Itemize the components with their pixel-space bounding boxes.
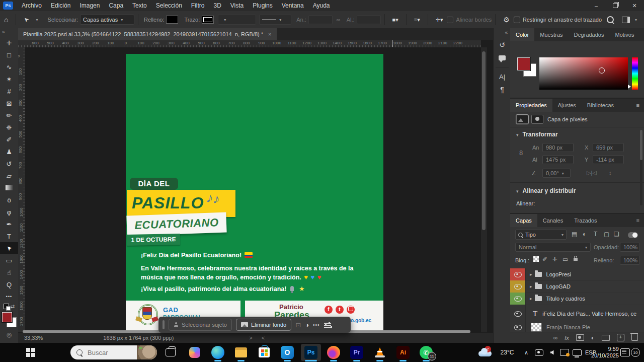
filter-type-icon[interactable]: T xyxy=(594,231,597,238)
vlc-icon[interactable] xyxy=(372,343,387,362)
lasso-tool[interactable]: ∿ xyxy=(0,61,18,73)
photoshop-taskbar-icon[interactable]: Ps xyxy=(301,344,321,361)
premiere-icon[interactable]: Pr xyxy=(349,343,364,362)
taskbar-search[interactable] xyxy=(70,345,157,359)
path-select-tool[interactable]: ➤ xyxy=(0,242,18,254)
menu-ventana[interactable]: Ventana xyxy=(277,0,308,11)
menu-imagen[interactable]: Imagen xyxy=(75,0,104,11)
collapse-panels-icon[interactable]: « xyxy=(494,28,511,38)
path-alignment-icon[interactable]: ≡▾ xyxy=(410,17,424,23)
start-button[interactable] xyxy=(23,343,38,362)
visibility-eye-icon[interactable] xyxy=(510,293,526,305)
fill-swatch[interactable] xyxy=(166,16,178,24)
layer-row[interactable]: ▸ Titulo y cuadros xyxy=(510,293,644,305)
filter-toggle[interactable] xyxy=(628,232,638,238)
group-expand-icon[interactable]: ▸ xyxy=(530,284,532,289)
menu-filtro[interactable]: Filtro xyxy=(187,0,209,11)
healing-tool[interactable]: ❈ xyxy=(0,121,18,133)
select-mode-dropdown[interactable]: Capas activas▾ xyxy=(80,15,134,25)
layer-row[interactable]: Franja Blanca Pie xyxy=(510,323,644,332)
color-menu-icon[interactable]: ≡ xyxy=(639,28,644,41)
layer-filter-dropdown[interactable]: Tipo ▾ xyxy=(515,230,567,240)
layer-row[interactable]: ▸ LogoPresi xyxy=(510,268,644,281)
color-tab-motivos[interactable]: Motivos xyxy=(609,28,639,41)
clock[interactable]: 9:59 20/10/2025 xyxy=(591,343,619,362)
delete-layer-icon[interactable] xyxy=(631,334,638,341)
menu-selección[interactable]: Selección xyxy=(151,0,187,11)
dodge-tool[interactable]: φ xyxy=(0,206,18,218)
copilot-button[interactable] xyxy=(187,343,202,362)
scroll-prev-icon[interactable]: < xyxy=(262,335,265,341)
foreground-color-swatch[interactable] xyxy=(2,312,12,322)
layers-menu-icon[interactable]: ≡ xyxy=(632,214,644,227)
filter-shape-icon[interactable]: ▢ xyxy=(604,231,609,238)
layer-row[interactable]: ▸ LogoGAD xyxy=(510,280,644,293)
layers-tab-trazados[interactable]: Trazados xyxy=(569,214,602,227)
new-group-icon[interactable] xyxy=(602,335,610,341)
properties-tab-bibliotecas[interactable]: Bibliotecas xyxy=(582,99,619,112)
blur-tool[interactable]: ô xyxy=(0,194,18,206)
search-input[interactable] xyxy=(87,348,129,357)
gear-icon[interactable]: ⚙ xyxy=(499,16,514,24)
history-brush-tool[interactable]: ↺ xyxy=(0,158,18,170)
properties-tab-propiedades[interactable]: Propiedades xyxy=(510,99,552,112)
type-tool[interactable]: T xyxy=(0,230,18,242)
visibility-eye-icon[interactable] xyxy=(510,323,526,332)
swap-colors-icon[interactable]: ⇄ xyxy=(11,304,15,309)
pen-tool[interactable]: ✒ xyxy=(0,218,18,230)
volume-icon[interactable] xyxy=(545,343,558,362)
new-adjustment-icon[interactable]: ◐ xyxy=(591,334,595,341)
visibility-eye-icon[interactable] xyxy=(510,268,526,280)
document-tab[interactable]: Plantilla 2025.psd al 33,3% (504664122_5… xyxy=(18,28,277,40)
more-options-icon[interactable]: ••• xyxy=(313,322,320,328)
transform-section-header[interactable]: ▾Transformar xyxy=(516,131,558,138)
menu-vista[interactable]: Vista xyxy=(226,0,248,11)
group-expand-icon[interactable]: ▸ xyxy=(530,272,532,277)
filter-pixel-icon[interactable]: ▤ xyxy=(572,231,577,238)
file-explorer-icon[interactable] xyxy=(233,343,249,362)
pixel-layer-thumb-icon[interactable] xyxy=(516,115,528,124)
tray-expand-icon[interactable]: ∧ xyxy=(521,343,531,362)
outlook-icon[interactable]: O xyxy=(280,343,295,362)
menu-ayuda[interactable]: Ayuda xyxy=(308,0,335,11)
illustrator-icon[interactable]: Ai xyxy=(395,343,411,362)
tab-close-icon[interactable]: × xyxy=(268,31,271,37)
character-panel-icon[interactable]: A| xyxy=(494,70,511,83)
firefox-icon[interactable] xyxy=(326,343,341,362)
menu-texto[interactable]: Texto xyxy=(128,0,151,11)
properties-menu-icon[interactable]: ≡ xyxy=(632,99,644,112)
adjustment-icon[interactable]: ◑ xyxy=(305,321,309,329)
marquee-tool[interactable]: □ xyxy=(0,49,18,61)
new-layer-icon[interactable]: + xyxy=(617,334,624,341)
hue-strip[interactable] xyxy=(632,57,638,90)
menu-plugins[interactable]: Plugins xyxy=(248,0,277,11)
lock-position-icon[interactable]: ✛ xyxy=(552,256,557,263)
comments-panel-icon[interactable] xyxy=(494,51,511,64)
frame-tool[interactable]: ⊠ xyxy=(0,97,18,109)
brush-tool[interactable]: ✐ xyxy=(0,133,18,146)
network-icon[interactable] xyxy=(571,343,584,362)
stamp-tool[interactable]: ♟ xyxy=(0,146,18,158)
layer-style-icon[interactable]: fx xyxy=(565,335,569,341)
shape-tool[interactable]: ▭ xyxy=(0,254,18,266)
history-panel-icon[interactable]: ↺ xyxy=(494,38,511,51)
link-layers-icon[interactable]: ∞ xyxy=(553,334,558,341)
cast-icon[interactable] xyxy=(557,343,572,362)
crop-tool[interactable]: # xyxy=(0,85,18,97)
more-tools[interactable]: ••• xyxy=(0,291,18,303)
vertical-scroll-thumb[interactable] xyxy=(482,51,486,230)
layers-tab-canales[interactable]: Canales xyxy=(537,214,569,227)
weather-icon[interactable]: 2 xyxy=(476,343,494,362)
scroll-next-icon[interactable]: > xyxy=(249,335,252,341)
current-tool-icon[interactable]: ➤ xyxy=(19,13,33,27)
lock-transparency-icon[interactable] xyxy=(533,256,539,262)
canvas[interactable]: DÍA DEL PASILLO ♪♪ ECUATORIANO 1 DE OCTU… xyxy=(25,47,480,332)
restore-button[interactable] xyxy=(606,0,625,11)
temperature-label[interactable]: 23°C xyxy=(496,343,518,362)
eraser-tool[interactable]: ▱ xyxy=(0,170,18,182)
color-tab-degradados[interactable]: Degradados xyxy=(569,28,610,41)
microsoft-store-icon[interactable] xyxy=(257,343,272,362)
close-button[interactable]: ✕ xyxy=(625,0,644,11)
gradient-tool[interactable]: ▮ xyxy=(0,182,18,194)
color-field-cursor[interactable] xyxy=(599,67,605,74)
